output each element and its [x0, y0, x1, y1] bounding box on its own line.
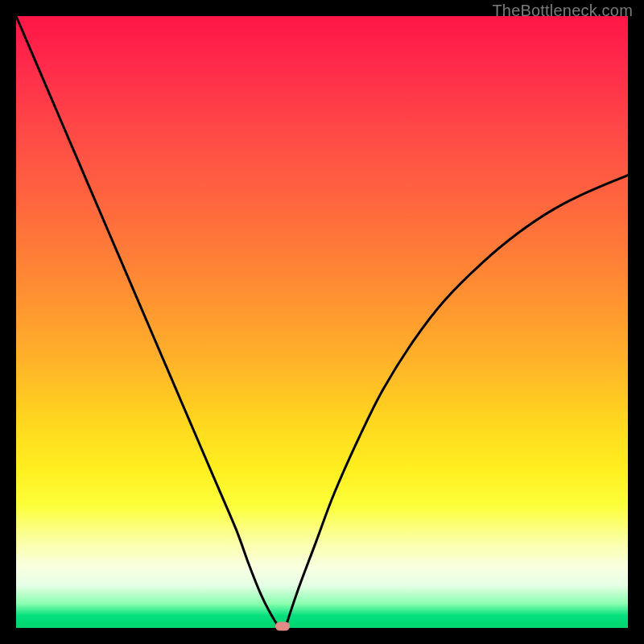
bottleneck-curve [16, 16, 628, 628]
optimal-point-marker [275, 621, 290, 630]
chart-frame: TheBottleneck.com [0, 0, 644, 644]
plot-area [16, 16, 628, 628]
